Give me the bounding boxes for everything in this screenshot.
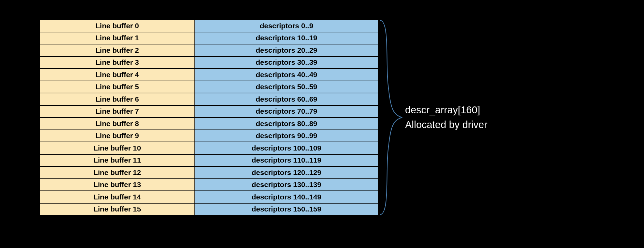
descriptor-cell: descriptors 80..89 (195, 117, 378, 130)
line-buffer-cell: Line buffer 14 (40, 191, 195, 203)
table-row: Line buffer 14descriptors 140..149 (40, 191, 378, 203)
descriptor-cell: descriptors 120..129 (195, 166, 378, 179)
table-row: Line buffer 4descriptors 40..49 (40, 69, 378, 81)
table-row: Line buffer 1descriptors 10..19 (40, 32, 378, 44)
table-row: Line buffer 10descriptors 100..109 (40, 142, 378, 154)
table-row: Line buffer 13descriptors 130..139 (40, 179, 378, 191)
descriptor-cell: descriptors 110..119 (195, 154, 378, 167)
line-buffer-cell: Line buffer 0 (40, 20, 195, 32)
line-buffer-cell: Line buffer 7 (40, 105, 195, 118)
brace-container (378, 20, 406, 215)
table-row: Line buffer 9descriptors 90..99 (40, 130, 378, 142)
table-row: Line buffer 3descriptors 30..39 (40, 56, 378, 69)
table-row: Line buffer 6descriptors 60..69 (40, 93, 378, 105)
table-row: Line buffer 2descriptors 20..29 (40, 44, 378, 56)
descriptor-cell: descriptors 20..29 (195, 44, 378, 56)
table-row: Line buffer 8descriptors 80..89 (40, 117, 378, 130)
descriptor-cell: descriptors 140..149 (195, 191, 378, 203)
descriptor-cell: descriptors 70..79 (195, 105, 378, 118)
descriptor-cell: descriptors 10..19 (195, 32, 378, 44)
table-row: Line buffer 15descriptors 150..159 (40, 203, 378, 216)
descriptor-cell: descriptors 40..49 (195, 69, 378, 81)
table-row: Line buffer 12descriptors 120..129 (40, 166, 378, 179)
descriptor-cell: descriptors 100..109 (195, 142, 378, 154)
line-buffer-cell: Line buffer 10 (40, 142, 195, 154)
table-row: Line buffer 5descriptors 50..59 (40, 81, 378, 93)
table-row: Line buffer 7descriptors 70..79 (40, 105, 378, 118)
annotation-block: descr_array[160] Allocated by driver (405, 20, 487, 215)
table-row: Line buffer 0descriptors 0..9 (40, 20, 378, 32)
descriptor-cell: descriptors 90..99 (195, 130, 378, 142)
line-buffer-cell: Line buffer 8 (40, 117, 195, 130)
descriptor-cell: descriptors 130..139 (195, 179, 378, 191)
curly-brace-icon (378, 20, 406, 215)
annotation-line-2: Allocated by driver (405, 119, 487, 131)
descriptor-cell: descriptors 0..9 (195, 20, 378, 32)
buffer-descriptor-table: Line buffer 0descriptors 0..9Line buffer… (40, 20, 406, 215)
line-buffer-cell: Line buffer 4 (40, 69, 195, 81)
table-row: Line buffer 11descriptors 110..119 (40, 154, 378, 167)
descriptor-cell: descriptors 30..39 (195, 56, 378, 69)
line-buffer-cell: Line buffer 13 (40, 179, 195, 191)
table-body: Line buffer 0descriptors 0..9Line buffer… (40, 20, 378, 215)
line-buffer-cell: Line buffer 1 (40, 32, 195, 44)
line-buffer-cell: Line buffer 6 (40, 93, 195, 105)
line-buffer-cell: Line buffer 3 (40, 56, 195, 69)
line-buffer-cell: Line buffer 15 (40, 203, 195, 216)
descriptor-cell: descriptors 60..69 (195, 93, 378, 105)
line-buffer-cell: Line buffer 12 (40, 166, 195, 179)
line-buffer-cell: Line buffer 5 (40, 81, 195, 93)
descriptor-cell: descriptors 150..159 (195, 203, 378, 216)
line-buffer-cell: Line buffer 11 (40, 154, 195, 167)
line-buffer-cell: Line buffer 9 (40, 130, 195, 142)
line-buffer-cell: Line buffer 2 (40, 44, 195, 56)
annotation-line-1: descr_array[160] (405, 104, 487, 116)
descriptor-cell: descriptors 50..59 (195, 81, 378, 93)
